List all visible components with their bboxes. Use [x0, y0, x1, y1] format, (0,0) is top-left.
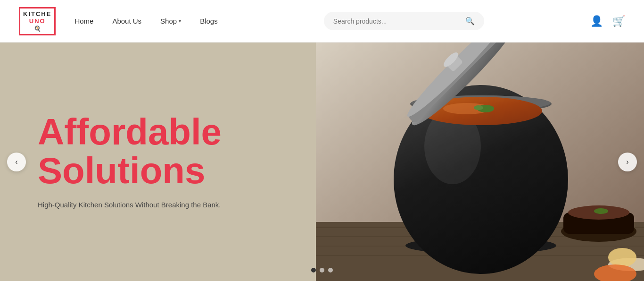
cart-icon: 🛒	[612, 15, 625, 27]
nav-item-home[interactable]: Home	[74, 17, 93, 25]
logo-top-text: KITCHE	[23, 10, 51, 17]
logo[interactable]: KITCHE UNO 🍳	[19, 7, 56, 35]
header-icons: 👤 🛒	[590, 15, 625, 27]
logo-icon-row: 🍳	[34, 26, 41, 32]
svg-point-27	[608, 248, 636, 267]
hero-title: Affordable Solutions	[38, 113, 278, 190]
carousel-dot-1[interactable]	[311, 268, 316, 272]
hero-title-line2: Solutions	[38, 150, 205, 191]
nav-left: KITCHE UNO 🍳 Home About Us Shop ▾ Blogs	[19, 7, 218, 35]
search-icon: 🔍	[465, 17, 475, 26]
hero-left-panel: Affordable Solutions High-Quality Kitche…	[0, 43, 316, 281]
logo-box: KITCHE UNO 🍳	[19, 7, 56, 35]
carousel-dot-3[interactable]	[328, 268, 333, 272]
hero-right-panel	[316, 43, 644, 281]
nav-item-shop-label: Shop	[160, 17, 177, 25]
hero-section: Affordable Solutions High-Quality Kitche…	[0, 43, 644, 281]
hero-title-line1: Affordable	[38, 111, 222, 153]
search-bar: 🔍	[324, 12, 484, 30]
search-button[interactable]: 🔍	[465, 17, 475, 26]
svg-point-25	[594, 208, 608, 214]
logo-pot-icon: 🍳	[34, 26, 41, 32]
account-icon: 👤	[590, 15, 603, 27]
nav-item-about[interactable]: About Us	[112, 17, 141, 25]
account-button[interactable]: 👤	[590, 15, 603, 27]
cart-button[interactable]: 🛒	[612, 15, 625, 27]
header: KITCHE UNO 🍳 Home About Us Shop ▾ Blogs …	[0, 0, 644, 43]
chevron-right-icon: ›	[626, 158, 628, 166]
carousel-dots	[311, 268, 333, 272]
chevron-down-icon: ▾	[179, 18, 181, 24]
hero-image	[316, 43, 644, 281]
hero-subtitle: High-Quality Kitchen Solutions Without B…	[38, 200, 278, 211]
chevron-left-icon: ‹	[15, 158, 17, 166]
carousel-next-button[interactable]: ›	[618, 153, 637, 171]
svg-point-16	[474, 105, 483, 110]
logo-bottom-text: UNO	[29, 17, 46, 25]
nav-item-blogs[interactable]: Blogs	[200, 17, 218, 25]
carousel-prev-button[interactable]: ‹	[7, 153, 26, 171]
search-input[interactable]	[333, 17, 461, 25]
carousel-dot-2[interactable]	[320, 268, 324, 272]
nav-item-shop[interactable]: Shop ▾	[160, 17, 181, 25]
main-nav: Home About Us Shop ▾ Blogs	[74, 17, 217, 25]
